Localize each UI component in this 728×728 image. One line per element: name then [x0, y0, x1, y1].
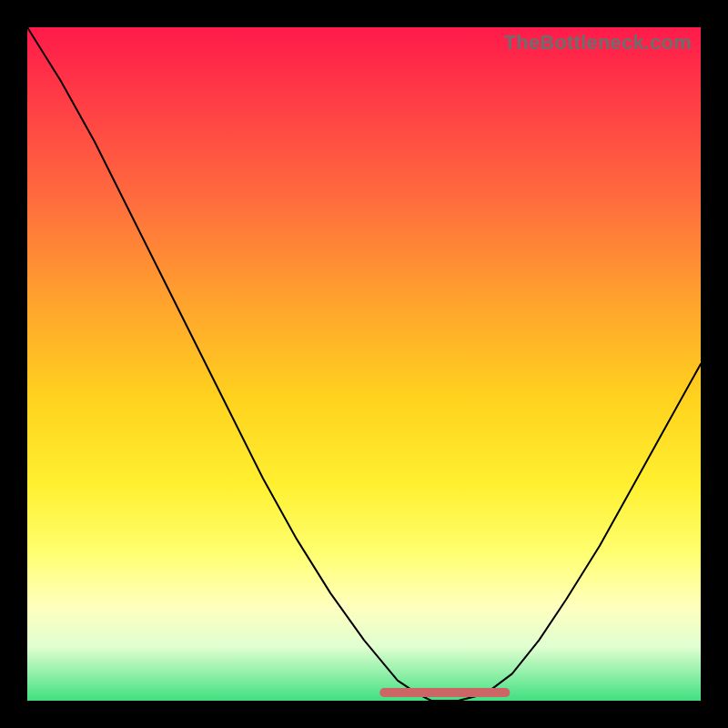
- curve-svg: [27, 27, 701, 701]
- plot-area: TheBottleneck.com: [27, 27, 701, 701]
- bottleneck-curve: [27, 27, 701, 701]
- chart-frame: TheBottleneck.com: [0, 0, 728, 728]
